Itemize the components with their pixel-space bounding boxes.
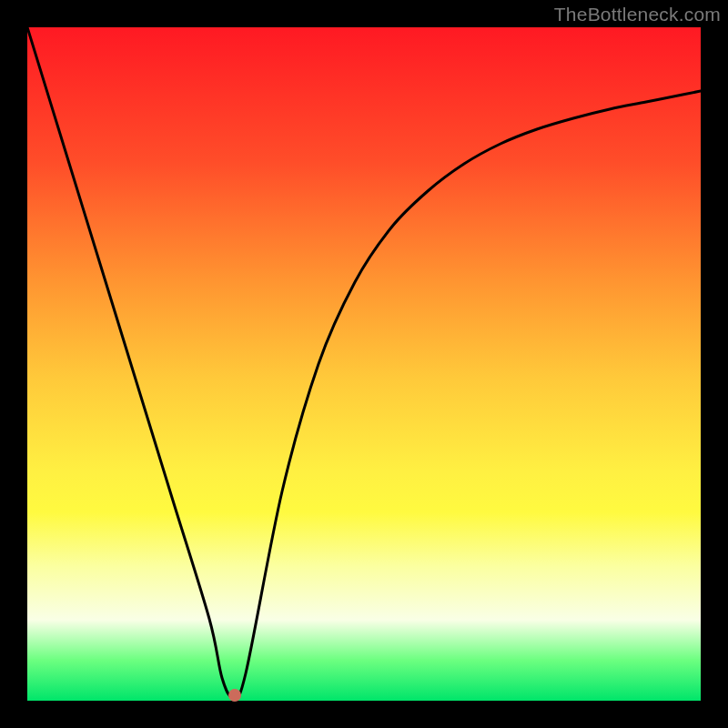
curve-svg [27, 27, 701, 701]
plot-area [27, 27, 701, 701]
minimum-marker [228, 689, 241, 702]
chart-frame: TheBottleneck.com [0, 0, 728, 728]
watermark-text: TheBottleneck.com [554, 4, 721, 25]
bottleneck-curve [27, 27, 701, 698]
